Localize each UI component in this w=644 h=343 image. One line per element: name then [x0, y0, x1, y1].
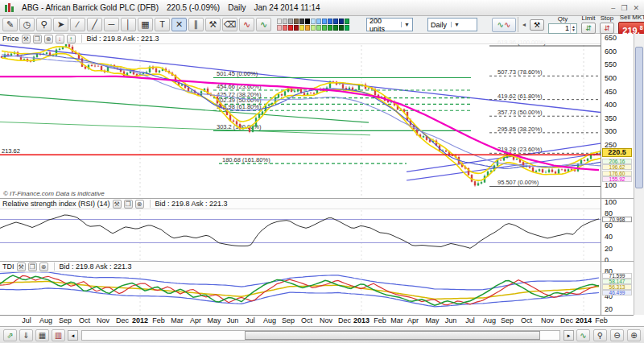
color-swatch[interactable]: [311, 25, 316, 31]
chart-edit-icon[interactable]: ▦: [138, 18, 153, 31]
color-swatch[interactable]: [311, 19, 316, 24]
price-axis[interactable]: 650600550500450400350300250100220.5206.1…: [601, 34, 634, 198]
color-swatch[interactable]: [277, 19, 282, 24]
zigzag-red-icon[interactable]: ∿: [239, 18, 254, 31]
horizontal-scrollbar-thumb[interactable]: [245, 331, 541, 340]
stop-order-button[interactable]: ⇵: [600, 23, 614, 34]
publish-chart-icon[interactable]: ⇗: [3, 329, 17, 341]
minimize-button[interactable]: –: [611, 4, 615, 12]
segment-icon[interactable]: ∕: [70, 18, 85, 31]
collapse-panel-icon[interactable]: ◂: [522, 21, 526, 28]
color-swatch[interactable]: [283, 19, 287, 24]
color-swatch[interactable]: [283, 25, 287, 31]
scroll-left-button[interactable]: ◂: [68, 330, 78, 341]
color-swatch[interactable]: [322, 25, 327, 31]
scroll-right-button[interactable]: ▸: [564, 330, 574, 341]
order-tools-button[interactable]: ⚒: [530, 19, 544, 31]
color-swatch[interactable]: [299, 19, 304, 24]
window-icon[interactable]: ❐: [28, 262, 37, 271]
limit-order-button[interactable]: ⇵: [581, 23, 596, 34]
zoom-in-icon[interactable]: ⊕: [627, 329, 641, 341]
sell-mkt-button[interactable]: 219.8: [618, 22, 644, 35]
draw-ruler-icon[interactable]: ✎: [2, 18, 18, 31]
zigzag-green-icon[interactable]: ∿: [256, 18, 271, 31]
horizontal-scrollbar[interactable]: [81, 330, 560, 341]
qty-input[interactable]: [549, 24, 570, 33]
tools-icon[interactable]: ⚒: [205, 18, 221, 31]
color-swatch[interactable]: [345, 19, 349, 24]
auto-scale-icon[interactable]: ∿: [576, 329, 590, 341]
indicator-value-box: 155.92: [602, 176, 632, 182]
trash-icon[interactable]: ⌫: [222, 18, 237, 31]
sell-arrow-icon[interactable]: ↓: [56, 35, 64, 43]
chart-window-icon[interactable]: ▦: [35, 329, 49, 341]
buy-arrow-icon[interactable]: ↑: [67, 35, 76, 43]
stepper-arrows-icon[interactable]: ▲▼: [570, 24, 576, 33]
time-axis[interactable]: JulAugSepOctNovDec2012FebMarAprMayJunJul…: [0, 315, 634, 326]
close-button[interactable]: ✕: [633, 4, 639, 12]
crosshair-icon[interactable]: ✕: [171, 18, 187, 31]
color-swatch[interactable]: [294, 25, 299, 31]
color-swatch[interactable]: [316, 25, 321, 31]
timeframe-dropdown-value: Daily: [431, 21, 447, 29]
color-swatch[interactable]: [339, 19, 344, 24]
order-panel: ◂ ⚒ Qty ▲▼ Limit ⇵ Stop ⇵ Sell MKT 219.8: [518, 14, 644, 35]
trendline-icon[interactable]: ╱: [87, 18, 102, 31]
color-swatch[interactable]: [305, 25, 310, 31]
vertical-line-icon[interactable]: │: [121, 18, 136, 31]
text-tool-icon[interactable]: T: [155, 18, 170, 31]
color-swatch[interactable]: [288, 19, 293, 24]
data-provider-watermark: © IT-Finance.com Data is indicative: [3, 190, 105, 197]
vertical-scrollbar-thumb[interactable]: [635, 47, 643, 188]
quantity-stepper[interactable]: ▲▼: [548, 23, 577, 34]
color-swatch[interactable]: [277, 25, 282, 31]
color-swatch[interactable]: [316, 19, 321, 24]
price-chart[interactable]: 619.96 (100.00%)507.73 (78.60%)419.62 (6…: [0, 34, 601, 198]
zoom-selection-icon[interactable]: ⚲: [593, 329, 607, 341]
vertical-scrollbar[interactable]: [634, 34, 644, 315]
parallel-lines-icon[interactable]: ∥: [188, 18, 204, 31]
svg-text:180.68 (161.80%): 180.68 (161.80%): [222, 156, 270, 163]
window-icon[interactable]: ❐: [124, 200, 133, 209]
pattern-recognition-button[interactable]: ∿∿: [492, 18, 516, 32]
rsi-axis-tick: 40: [605, 233, 613, 241]
restore-button[interactable]: ❐: [621, 4, 627, 12]
color-swatch[interactable]: [305, 19, 310, 24]
color-swatch[interactable]: [333, 19, 338, 24]
timeframe-dropdown[interactable]: Daily▼: [427, 18, 477, 31]
units-dropdown[interactable]: 200 units▼: [366, 18, 413, 31]
alarm-icon[interactable]: ◷: [19, 18, 35, 31]
price-axis-tick: 500: [605, 75, 617, 82]
color-swatch[interactable]: [345, 25, 349, 31]
color-swatch[interactable]: [322, 19, 327, 24]
close-icon[interactable]: ⊗: [44, 35, 53, 43]
rsi-axis[interactable]: 10080604020070.968: [601, 199, 634, 261]
color-swatch[interactable]: [328, 19, 332, 24]
rsi-axis-tick: 100: [605, 199, 617, 206]
zoom-out-icon[interactable]: ⊖: [610, 329, 624, 341]
close-icon[interactable]: ⊗: [39, 262, 48, 271]
color-swatch[interactable]: [294, 19, 299, 24]
export-image-icon[interactable]: ⇓: [19, 329, 33, 341]
wrench-icon[interactable]: ⚒: [113, 200, 122, 209]
bid-ask-label: Bid : 219.8 Ask : 221.3: [54, 262, 132, 271]
wrench-icon[interactable]: ⚒: [22, 35, 31, 43]
color-swatch[interactable]: [288, 25, 293, 31]
horizontal-line-icon[interactable]: ─: [104, 18, 119, 31]
price-axis-tick: 300: [605, 128, 617, 135]
pointer-icon[interactable]: ➤: [53, 18, 68, 31]
window-icon[interactable]: ❐: [33, 35, 42, 43]
tdi-axis[interactable]: 80402071.59958.14756.31346.499: [601, 262, 634, 315]
app-logo-icon: [5, 3, 14, 12]
status-bar: ⇗⇓▦▥ ◂ ▸ ∿⚲⊖⊕: [0, 326, 644, 343]
stop-order-icon: ⇵: [604, 24, 610, 32]
color-swatch[interactable]: [333, 25, 338, 31]
color-swatch[interactable]: [299, 25, 304, 31]
candlestick-style-icon[interactable]: ▥: [52, 329, 65, 341]
magnifier-icon[interactable]: ⚲: [36, 18, 52, 31]
color-palette: [277, 19, 349, 31]
color-swatch[interactable]: [339, 25, 344, 31]
color-swatch[interactable]: [328, 25, 332, 31]
wrench-icon[interactable]: ⚒: [17, 262, 26, 271]
close-icon[interactable]: ⊗: [135, 200, 144, 209]
